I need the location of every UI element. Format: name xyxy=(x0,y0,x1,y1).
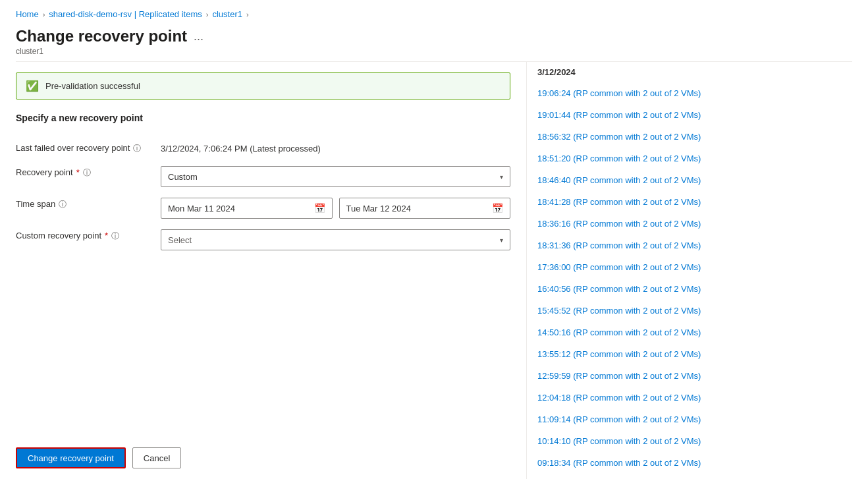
last-failed-label: Last failed over recovery point ⓘ xyxy=(16,136,161,161)
time-span-info-icon[interactable]: ⓘ xyxy=(59,199,67,210)
right-panel: 3/12/2024 19:06:24 (RP common with 2 out… xyxy=(527,62,868,479)
change-recovery-point-button[interactable]: Change recovery point xyxy=(16,447,126,468)
rp-list-item[interactable]: 18:36:16 (RP common with 2 out of 2 VMs) xyxy=(527,213,868,235)
rp-list-item[interactable]: 10:14:10 (RP common with 2 out of 2 VMs) xyxy=(527,430,868,452)
date-from-value: Mon Mar 11 2024 xyxy=(168,204,235,213)
success-text: Pre-validation successful xyxy=(45,81,140,91)
rp-list-item[interactable]: 13:55:12 (RP common with 2 out of 2 VMs) xyxy=(527,343,868,365)
last-failed-info-icon[interactable]: ⓘ xyxy=(133,143,141,154)
recovery-point-dropdown-container: Custom ▾ xyxy=(161,161,510,192)
breadcrumb-home[interactable]: Home xyxy=(16,9,39,19)
left-panel: ✅ Pre-validation successful Specify a ne… xyxy=(0,62,527,479)
rp-list-item[interactable]: 18:56:32 (RP common with 2 out of 2 VMs) xyxy=(527,126,868,148)
rp-date-header: 3/12/2024 xyxy=(527,62,868,82)
rp-list-item[interactable]: 14:50:16 (RP common with 2 out of 2 VMs) xyxy=(527,322,868,343)
page-title: Change recovery point xyxy=(16,27,187,45)
date-to-input[interactable]: Tue Mar 12 2024 📅 xyxy=(339,198,511,219)
rp-items-container: 19:06:24 (RP common with 2 out of 2 VMs)… xyxy=(527,82,868,474)
page-subtitle: cluster1 xyxy=(16,47,852,56)
rp-list-item[interactable]: 18:51:20 (RP common with 2 out of 2 VMs) xyxy=(527,148,868,169)
last-failed-value: 3/12/2024, 7:06:24 PM (Latest processed) xyxy=(161,136,510,161)
rp-list-item[interactable]: 12:04:18 (RP common with 2 out of 2 VMs) xyxy=(527,387,868,409)
rp-list-item[interactable]: 12:59:59 (RP common with 2 out of 2 VMs) xyxy=(527,365,868,387)
recovery-point-dropdown[interactable]: Custom ▾ xyxy=(161,166,510,187)
footer-buttons: Change recovery point Cancel xyxy=(16,432,510,468)
rp-list-item[interactable]: 18:41:28 (RP common with 2 out of 2 VMs) xyxy=(527,191,868,213)
rp-list-item[interactable]: 11:09:14 (RP common with 2 out of 2 VMs) xyxy=(527,409,868,430)
breadcrumb-sep-3: › xyxy=(246,11,249,18)
recovery-point-label: Recovery point * ⓘ xyxy=(16,161,161,192)
time-span-label: Time span ⓘ xyxy=(16,192,161,224)
custom-rp-dropdown[interactable]: Select ▾ xyxy=(161,229,510,250)
custom-rp-dropdown-arrow-icon: ▾ xyxy=(500,237,503,244)
success-banner: ✅ Pre-validation successful xyxy=(16,72,510,99)
custom-rp-dropdown-container: Select ▾ xyxy=(161,224,510,256)
calendar-from-icon: 📅 xyxy=(314,203,325,213)
rp-list-item[interactable]: 09:18:34 (RP common with 2 out of 2 VMs) xyxy=(527,452,868,474)
custom-rp-info-icon[interactable]: ⓘ xyxy=(111,231,119,242)
main-content: ✅ Pre-validation successful Specify a ne… xyxy=(0,62,868,479)
calendar-to-icon: 📅 xyxy=(492,203,503,213)
custom-rp-required: * xyxy=(105,231,108,240)
rp-list-item[interactable]: 19:06:24 (RP common with 2 out of 2 VMs) xyxy=(527,82,868,104)
rp-list-item[interactable]: 17:36:00 (RP common with 2 out of 2 VMs) xyxy=(527,256,868,278)
custom-rp-label: Custom recovery point * ⓘ xyxy=(16,224,161,256)
custom-rp-dropdown-value: Select xyxy=(168,235,192,245)
page-header: Change recovery point ... cluster1 xyxy=(0,24,868,61)
breadcrumb-sep-1: › xyxy=(43,11,45,18)
success-icon: ✅ xyxy=(26,80,39,92)
recovery-point-required: * xyxy=(76,167,80,177)
breadcrumb-cluster[interactable]: cluster1 xyxy=(212,9,242,19)
rp-list-item[interactable]: 18:31:36 (RP common with 2 out of 2 VMs) xyxy=(527,235,868,256)
section-heading: Specify a new recovery point xyxy=(16,113,510,123)
page-title-menu-button[interactable]: ... xyxy=(194,30,203,43)
time-span-inputs: Mon Mar 11 2024 📅 Tue Mar 12 2024 📅 xyxy=(161,192,510,224)
recovery-point-dropdown-arrow-icon: ▾ xyxy=(500,173,503,181)
date-to-value: Tue Mar 12 2024 xyxy=(346,204,412,213)
breadcrumb-sep-2: › xyxy=(206,11,209,18)
rp-list-item[interactable]: 15:45:52 (RP common with 2 out of 2 VMs) xyxy=(527,300,868,322)
recovery-point-info-icon[interactable]: ⓘ xyxy=(83,167,91,179)
recovery-point-dropdown-value: Custom xyxy=(168,172,198,182)
form-grid: Last failed over recovery point ⓘ 3/12/2… xyxy=(16,136,510,256)
date-from-input[interactable]: Mon Mar 11 2024 📅 xyxy=(161,198,333,219)
cancel-button[interactable]: Cancel xyxy=(132,447,181,468)
breadcrumb-rsv[interactable]: shared-disk-demo-rsv | Replicated items xyxy=(49,9,202,19)
date-range-row: Mon Mar 11 2024 📅 Tue Mar 12 2024 📅 xyxy=(161,198,510,219)
rp-list-item[interactable]: 16:40:56 (RP common with 2 out of 2 VMs) xyxy=(527,278,868,300)
rp-list-item[interactable]: 19:01:44 (RP common with 2 out of 2 VMs) xyxy=(527,104,868,126)
breadcrumb: Home › shared-disk-demo-rsv | Replicated… xyxy=(0,0,868,24)
rp-list-item[interactable]: 18:46:40 (RP common with 2 out of 2 VMs) xyxy=(527,169,868,191)
